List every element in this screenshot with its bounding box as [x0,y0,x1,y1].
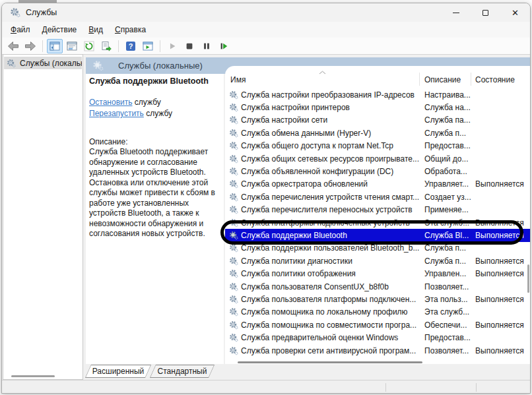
service-row[interactable]: Служба пользователя ConsentUX_b8f0bПозво… [225,280,531,293]
pause-service-button[interactable] [199,39,215,53]
menu-view[interactable]: Вид [83,23,109,36]
tab-extended-label: Расширенный [92,367,145,376]
stop-service-button[interactable] [182,39,197,53]
help-button[interactable]: ? [123,39,139,53]
service-row[interactable]: Служба поддержки BluetoothСлужба Bl...Вы… [225,229,531,241]
window-title: Службы [26,8,57,17]
restart-service-link[interactable]: Перезапустить [89,109,144,118]
service-row[interactable]: Служба политики диагностикиСлужба п...Вы… [225,255,531,267]
service-name: Служба оркестратора обновлений [241,179,419,189]
start-icon [168,42,177,51]
start-service-button[interactable] [164,39,180,53]
service-name: Служба политики диагностики [241,257,419,266]
toolbar: ? [2,38,530,55]
service-row[interactable]: Служба помощника по совместимости програ… [225,319,531,331]
toolbar-separator [118,40,119,52]
service-name: Служба пользователя ConsentUX_b8f0b [241,282,419,291]
column-divider[interactable] [419,73,420,86]
menu-action[interactable]: Действие [36,23,83,36]
service-row[interactable]: Служба поддержки пользователей Bluetooth… [225,242,531,255]
service-gear-icon [229,269,238,278]
horizontal-scrollbar-thumb[interactable] [238,361,422,363]
menu-bar: Файл Действие Вид Справка [2,22,530,38]
tree-item-label: Службы (локальные) [20,59,82,68]
close-button[interactable]: ✕ [500,3,530,22]
restart-service-line: Перезапустить службу [89,108,219,119]
service-name: Служба перечисления устройств чтения сма… [241,193,419,202]
service-description-cell: Настраива... [424,90,472,100]
menu-file[interactable]: Файл [5,23,36,36]
service-name: Служба пользователя платформы подключен.… [241,295,419,304]
tab-standard[interactable]: Стандартный [150,365,215,378]
service-gear-icon [229,167,238,176]
service-description-cell: Служба па... [424,115,472,125]
service-row[interactable]: Служба помощника по локальному профилюЭт… [225,306,531,319]
stop-service-link[interactable]: Остановить [89,98,133,107]
sort-ascending-icon [319,67,326,76]
tab-extended[interactable]: Расширенный [85,365,151,378]
column-header-status[interactable]: Состояние [475,75,515,84]
service-row[interactable]: Служба общих сетевых ресурсов проигрыват… [225,152,531,165]
svg-text:?: ? [129,42,133,50]
service-status: Выполняется [475,295,528,304]
column-divider[interactable] [471,73,471,86]
extended-pane: Служба поддержки Bluetooth Остановить сл… [86,74,224,364]
minimize-button[interactable] [441,3,471,22]
stop-service-line: Остановить службу [89,97,219,108]
services-window: Службы ✕ Файл Действие Вид Справка [1,3,531,394]
service-row[interactable]: Служба обмена данными (Hyper-V)Служба п.… [225,127,531,139]
service-name: Служба помощника по локальному профилю [241,307,419,317]
column-header-name[interactable]: Имя [230,75,246,84]
minimize-icon [453,13,459,13]
service-row[interactable]: Служба политики отображенияУправлен...Вы… [225,267,531,280]
banner-gear-icon [92,60,104,71]
service-row[interactable]: Служба настройки преобразования IP-адрес… [225,88,531,101]
export-list-button[interactable] [98,39,114,53]
tree-item-services-local[interactable]: Службы (локальные) [4,57,82,69]
service-row[interactable]: Служба настройки принтеровСлужба на... [225,101,531,113]
service-description-cell: Служба п... [424,129,472,138]
selected-service-title: Служба поддержки Bluetooth [89,76,219,86]
forward-arrow-icon [24,41,36,51]
service-row[interactable]: Служба общего доступа к портам Net.TcpПр… [225,140,531,152]
service-row[interactable]: Служба предварительной оценки WindowsПре… [225,331,531,344]
service-row[interactable]: Служба пользователя платформы подключен.… [225,293,531,305]
view-tabs: Расширенный Стандартный [84,365,229,378]
service-row[interactable]: Служба перечислителя переносных устройст… [225,204,531,216]
show-console-tree-button[interactable] [47,39,63,53]
service-row[interactable]: Служба объявленной конфигурации (DC)Обра… [225,165,531,177]
maximize-icon [482,10,488,16]
service-row[interactable]: Служба платформы подключенных устройствЭ… [225,216,531,229]
service-description-cell: Эта служб... [424,218,472,228]
service-row[interactable]: Служба настройки сетиСлужба па... [225,114,531,127]
service-row[interactable]: Служба перечисления устройств чтения сма… [225,191,531,203]
service-row[interactable]: Служба проверки сети антивирусной програ… [225,344,531,357]
service-description-cell: Управляет... [424,179,472,189]
service-row[interactable]: Служба оркестратора обновленийУправляет.… [225,178,531,191]
service-gear-icon [229,90,238,100]
maximize-button[interactable] [471,3,500,22]
restart-service-button[interactable] [216,39,232,53]
service-description-cell: Предостав... [424,333,472,342]
toolbar-separator [160,40,160,52]
service-gear-icon [229,154,238,164]
tree-horizontal-scrollbar[interactable] [11,375,55,377]
stop-service-suffix: службу [133,98,161,107]
description-label: Описание: [89,137,219,146]
back-button[interactable] [5,39,21,53]
forward-button[interactable] [22,39,38,53]
properties-button[interactable] [64,39,80,53]
refresh-button[interactable] [81,39,97,53]
show-extended-view-button[interactable] [140,39,156,53]
service-description-cell: Эта служб... [424,307,472,317]
vertical-scrollbar-thumb[interactable] [527,264,529,293]
service-gear-icon [229,205,238,214]
back-arrow-icon [7,41,19,51]
service-description-cell: Общий до... [424,154,472,164]
menu-help[interactable]: Справка [109,23,152,36]
service-name: Служба платформы подключенных устройств [241,218,419,228]
service-name: Служба обмена данными (Hyper-V) [241,129,419,138]
service-description-cell: Служба п... [424,257,472,266]
service-gear-icon [229,346,238,355]
column-header-description[interactable]: Описание [424,75,461,84]
